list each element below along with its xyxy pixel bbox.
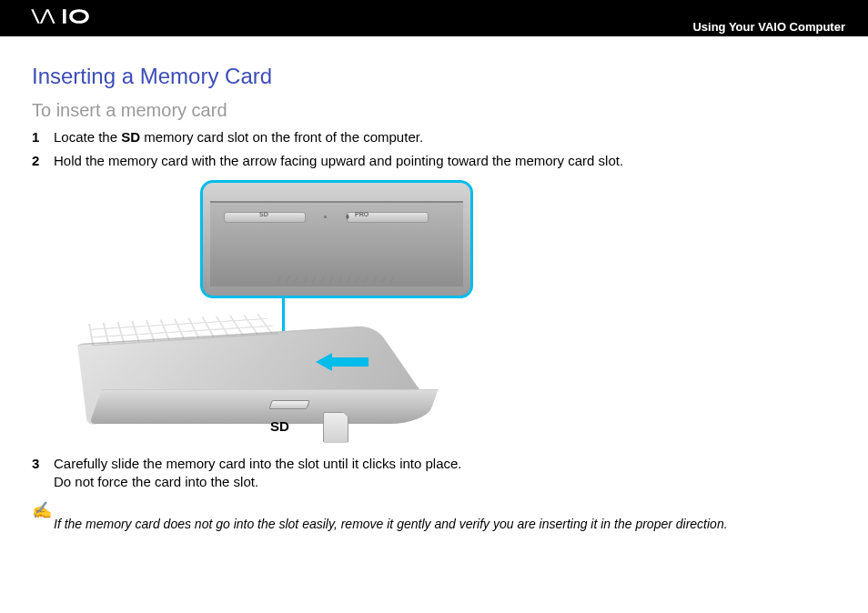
step-text-line2: Do not force the card into the slot. xyxy=(54,474,258,489)
page-title: Inserting a Memory Card xyxy=(32,64,836,89)
step-text-post: memory card slot on the front of the com… xyxy=(140,129,423,145)
step-number: 2 xyxy=(32,152,54,170)
memorystick-icon: ⬮ xyxy=(346,214,349,220)
pro-slot-label: PRO xyxy=(355,211,368,217)
steps-list-top: 1 Locate the SD memory card slot on the … xyxy=(32,128,836,171)
note-pen-icon: ✍ xyxy=(32,500,54,520)
section-label: Using Your VAIO Computer xyxy=(692,20,845,34)
note-body: If the memory card does not go into the … xyxy=(32,517,836,531)
sd-slot-icon: SD xyxy=(224,212,306,223)
page-content: Inserting a Memory Card To insert a memo… xyxy=(0,36,868,549)
note-text: If the memory card does not go into the … xyxy=(54,517,728,531)
step-text: Locate the SD memory card slot on the fr… xyxy=(54,128,836,146)
page-subtitle: To insert a memory card xyxy=(32,100,836,121)
step-text: Carefully slide the memory card into the… xyxy=(54,455,836,492)
vent-texture-icon: / / / / / / / / / / / / / / xyxy=(278,275,395,285)
indicator-dot-icon xyxy=(324,216,327,218)
step-number: 3 xyxy=(32,455,54,492)
vaio-logo xyxy=(18,6,118,30)
callout-front-panel: SD ⬮ PRO / / / / / / / / / / / / / / xyxy=(210,201,463,286)
laptop-sd-slot-icon xyxy=(268,400,310,409)
sd-card-label: SD xyxy=(270,418,289,434)
sd-slot-label: SD xyxy=(259,211,268,217)
step-text-bold: SD xyxy=(121,129,140,145)
step-item: 3 Carefully slide the memory card into t… xyxy=(32,455,836,492)
step-text: Hold the memory card with the arrow faci… xyxy=(54,152,836,170)
svg-rect-0 xyxy=(63,9,66,24)
step-item: 1 Locate the SD memory card slot on the … xyxy=(32,128,836,146)
laptop-front-icon xyxy=(89,389,439,424)
step-text-pre: Locate the xyxy=(54,129,121,145)
header-bar: Using Your VAIO Computer xyxy=(0,0,868,36)
step-item: 2 Hold the memory card with the arrow fa… xyxy=(32,152,836,170)
insert-direction-arrow-icon xyxy=(316,353,368,371)
callout-closeup: SD ⬮ PRO / / / / / / / / / / / / / / xyxy=(200,180,473,298)
instruction-figure: SD ⬮ PRO / / / / / / / / / / / / / / SD xyxy=(77,180,550,444)
steps-list-bottom: 3 Carefully slide the memory card into t… xyxy=(32,455,836,492)
step-text-line1: Carefully slide the memory card into the… xyxy=(54,456,462,471)
pro-slot-icon: ⬮ PRO xyxy=(347,212,429,223)
sd-card-icon xyxy=(323,412,348,443)
step-number: 1 xyxy=(32,128,54,146)
